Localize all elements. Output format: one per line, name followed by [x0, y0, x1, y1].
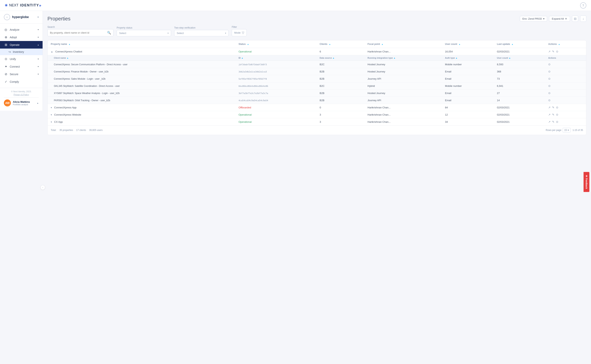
sub-actions-cell: ⊙	[545, 61, 586, 68]
sidebar-collapse-button[interactable]: ‹	[40, 185, 45, 190]
env-selector[interactable]: Env: Zend PROD ▾	[520, 16, 547, 22]
sub-auth-type-cell: Mobile number	[442, 82, 494, 90]
sidebar-item-operate[interactable]: ⊞ Operate ▴	[0, 41, 43, 49]
expand-toggle[interactable]: ▾	[51, 121, 52, 123]
sidebar-item-analyze[interactable]: ◎ Analyze ▾	[0, 26, 43, 33]
sidebar-item-connect[interactable]: ✦ Connect ▾	[0, 63, 43, 70]
sub-auth-type-cell: Email	[442, 90, 494, 97]
table-header: Property name ▲ Status ▲ Clients ▲ Focal…	[48, 40, 586, 48]
sidebar-item-adopt[interactable]: ⊕ Adopt ▾	[0, 33, 43, 41]
col-last-update: Last update ▲	[494, 40, 545, 48]
sidebar-item-secure[interactable]: ⊘ Secure ▾	[0, 70, 43, 78]
help-button[interactable]: ?	[580, 2, 586, 9]
collapse-icon: ‹	[42, 187, 43, 188]
edit-action-icon[interactable]: ✎	[552, 50, 554, 53]
user-role: Portfolio analyst	[13, 103, 35, 106]
filter-funnel-icon: ▽	[242, 31, 244, 35]
table-footer: Total: 35 properties 17 clients 39,805 u…	[48, 125, 586, 135]
edit-action-icon[interactable]: ✎	[552, 106, 554, 109]
view-action-icon[interactable]: ⊙	[556, 50, 558, 53]
rows-per-page-label: Rows per page	[546, 129, 561, 131]
logo-star-icon: ✳	[5, 3, 7, 7]
last-update-cell: 02/03/2021	[494, 48, 545, 55]
sub-table-row: GKL345 SkyWatch: Satellite Coordination …	[48, 82, 586, 90]
chart-action-icon[interactable]: ↗	[548, 113, 551, 116]
sub-view-action-icon[interactable]: ⊙	[548, 63, 551, 66]
filter-mode-button[interactable]: Mode ▽	[232, 29, 247, 36]
expand-toggle[interactable]: ▲	[51, 50, 53, 53]
sub-header-row: Client name ▲ ID ▲ Data source ▲ Running…	[48, 55, 586, 61]
sort-icon: ▲	[458, 43, 461, 45]
sub-view-action-icon[interactable]: ⊙	[548, 70, 551, 73]
expand-toggle[interactable]: ▾	[51, 106, 52, 109]
adopt-icon: ⊕	[4, 35, 8, 39]
col-actions: Actions ▲	[545, 40, 586, 48]
connect-chevron-icon: ▾	[38, 65, 39, 68]
sub-client-name-cell: ConnectXpress: Secure Communication Plat…	[48, 61, 235, 68]
feedback-tab[interactable]: ✉ Feedback	[584, 172, 589, 192]
user-count-cell: 12	[442, 111, 494, 118]
header-actions: Env: Zend PROD ▾ Expand All ✕ ⊟ ↓	[520, 16, 586, 22]
expand-toggle[interactable]: ▾	[51, 113, 52, 116]
table-body: ▲ ConnectXpress Chatbot Operational 6 Ha…	[48, 48, 586, 125]
privacy-policy-link[interactable]: Privacy & Policy	[4, 93, 39, 96]
sidebar-item-label: Analyze	[10, 28, 20, 31]
property-status-select[interactable]: Select ▾	[117, 30, 171, 36]
sort-icon: ▲	[381, 43, 383, 45]
sidebar-item-comply[interactable]: ✓ Comply	[0, 78, 43, 85]
last-update-cell: 02/03/2021	[494, 118, 545, 125]
sub-data-source-cell: B2B	[317, 68, 364, 75]
sub-integration-cell: Hosted Journey	[365, 90, 442, 97]
download-button[interactable]: ↓	[580, 16, 586, 22]
view-action-icon[interactable]: ⊙	[556, 106, 558, 109]
sub-table-row: XYS897 SkyWatch: Space Weather Analysis …	[48, 90, 586, 97]
chart-action-icon[interactable]: ↗	[548, 50, 551, 53]
sub-view-action-icon[interactable]: ⊙	[548, 91, 551, 95]
expand-all-button[interactable]: Expand All ✕	[549, 16, 570, 22]
two-step-select[interactable]: Select ▾	[174, 30, 229, 36]
sub-view-action-icon[interactable]: ⊙	[548, 77, 551, 80]
chart-action-icon[interactable]: ↗	[548, 106, 551, 109]
actions-cell: ↗ ✎ ⊙	[545, 48, 586, 55]
chart-action-icon[interactable]: ↗	[548, 120, 551, 123]
adopt-chevron-icon: ▾	[38, 36, 39, 38]
table-row: ▾ ConnectXpress Website Operational 3 Ha…	[48, 111, 586, 118]
secure-icon: ⊘	[4, 72, 8, 76]
rows-per-page-select[interactable]: 15 ▾	[563, 128, 571, 132]
property-status-label: Property status	[117, 26, 171, 29]
pagination: Rows per page 15 ▾ 1-15 of 35	[546, 128, 583, 132]
sub-id-cell: 3bf7a3bf7a3c7a3bf7a3c7a	[235, 90, 317, 97]
sub-integration-cell: Journey API	[365, 97, 442, 104]
download-icon: ↓	[582, 17, 584, 20]
view-action-icon[interactable]: ⊙	[556, 113, 558, 116]
table: Property name ▲ Status ▲ Clients ▲ Focal…	[48, 40, 586, 125]
sidebar-item-label: Unify	[10, 58, 16, 61]
view-action-icon[interactable]: ⊙	[556, 120, 558, 123]
print-button[interactable]: ⊟	[572, 16, 578, 22]
sub-table-row: ConnectXpress: Finance Module - Owner - …	[48, 68, 586, 75]
filter-mode-text: Mode	[234, 31, 241, 34]
clients-cell: 6	[317, 48, 364, 55]
table-row: ▾ CX App Operational 3 Harikrishnan Chan…	[48, 118, 586, 125]
sidebar-item-inventory[interactable]: ↪ Inventory	[0, 49, 43, 55]
property-name-cell: ▾ ConnectXpress App	[48, 104, 235, 111]
sub-view-action-icon[interactable]: ⊙	[548, 84, 551, 87]
actions-cell: ↗ ✎ ⊙	[545, 104, 586, 111]
sub-actions-cell: ⊙	[545, 82, 586, 90]
print-icon: ⊟	[574, 17, 576, 21]
search-input[interactable]	[50, 31, 106, 34]
sub-col-actions: Actions	[545, 55, 586, 61]
sub-auth-type-cell: Email	[442, 75, 494, 82]
edit-action-icon[interactable]: ✎	[552, 120, 554, 123]
edit-action-icon[interactable]: ✎	[552, 113, 554, 116]
sidebar-item-unify[interactable]: ⊙ Unify ▾	[0, 55, 43, 63]
rows-per-page: Rows per page 15 ▾	[546, 128, 571, 132]
sub-auth-type-cell: Mobile number	[442, 61, 494, 68]
sub-view-action-icon[interactable]: ⊙	[548, 99, 551, 102]
sub-actions-cell: ⊙	[545, 68, 586, 75]
sub-auth-type-cell: Email	[442, 68, 494, 75]
sidebar-item-label: Connect	[10, 65, 20, 68]
sidebar-brand[interactable]: ○ hyperglobe ▾	[0, 11, 43, 24]
col-focal-point: Focal point ▲	[365, 40, 442, 48]
user-menu-chevron-icon[interactable]: ▲	[37, 102, 39, 104]
